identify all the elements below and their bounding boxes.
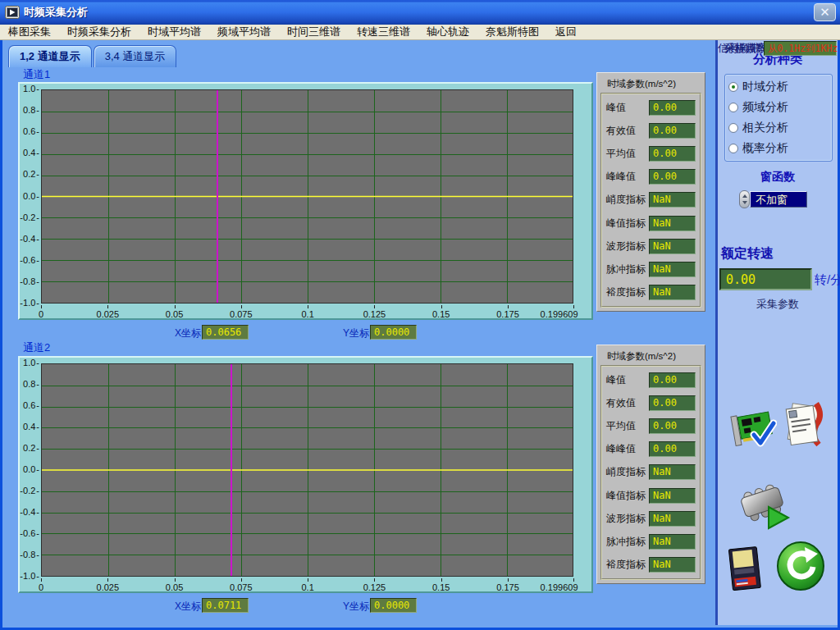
param-label: 波形指标 <box>606 240 646 253</box>
param-label: 峰值指标 <box>606 489 646 503</box>
window-fn-selector[interactable]: 不加窗 <box>739 190 807 208</box>
param-row: 有效值 0.00 <box>606 123 696 139</box>
x-coord-value: 0.0711 <box>202 598 249 613</box>
y-tick-label: 1.0 <box>23 358 39 368</box>
main-content: 1,2 通道显示 3,4 通道显示 通道1 1.00.80.60.40.20.0… <box>2 40 838 625</box>
app-window: 时频采集分析 ✕ 棒图采集时频采集分析时域平均谱频域平均谱时间三维谱转速三维谱轴… <box>0 0 840 630</box>
radio-icon[interactable] <box>728 82 738 92</box>
param-label: 峰峰值 <box>606 170 636 184</box>
acq-param-value[interactable]: 从0.1Hz到1KHz <box>764 41 837 56</box>
radio-icon[interactable] <box>728 144 738 153</box>
x-tick-mark <box>573 578 574 582</box>
menu-item[interactable]: 时域平均谱 <box>139 25 209 39</box>
y-coord-value: 0.0000 <box>370 598 417 613</box>
param-value: 0.00 <box>649 395 696 411</box>
y-tick-label: -0.4 <box>20 234 39 244</box>
channel1-plot-area[interactable] <box>41 89 573 304</box>
analysis-option[interactable]: 概率分析 <box>728 141 829 156</box>
save-icon[interactable] <box>726 545 765 597</box>
channel1-label: 通道1 <box>23 67 50 82</box>
channel-tabs: 1,2 通道显示 3,4 通道显示 <box>8 45 176 67</box>
report-icon[interactable] <box>782 400 828 451</box>
menu-item[interactable]: 棒图采集 <box>0 25 59 39</box>
menu-item[interactable]: 频域平均谱 <box>209 25 279 39</box>
x-tick-label: 0.175 <box>496 309 519 319</box>
y-coord-label: Y坐标 <box>343 600 369 614</box>
x-tick-label: 0.125 <box>363 309 386 319</box>
spinner-icon[interactable] <box>739 190 750 208</box>
close-button[interactable]: ✕ <box>814 3 836 21</box>
param-row: 平均值 0.00 <box>606 418 696 434</box>
x-coord-label: X坐标 <box>175 326 201 340</box>
radio-icon[interactable] <box>728 123 738 133</box>
y-tick-label: 0.4 <box>23 422 39 431</box>
channel1-x-axis: 00.0250.050.0750.10.1250.150.1750.199609 <box>41 305 573 320</box>
channel2-coord-row: X坐标 0.0711 Y坐标 0.0000 <box>18 598 593 614</box>
menu-item[interactable]: 时频采集分析 <box>59 25 139 39</box>
menu-item[interactable]: 奈魁斯特图 <box>477 25 547 39</box>
x-tick-mark <box>41 305 42 308</box>
tab[interactable]: 3,4 通道显示 <box>94 45 177 67</box>
param-row: 波形指标 NaN <box>606 239 696 254</box>
x-tick-mark <box>374 305 375 308</box>
y-tick-label: -0.2 <box>20 486 39 495</box>
refresh-icon[interactable] <box>775 540 826 596</box>
cursor-line[interactable] <box>231 364 232 576</box>
chip-run-icon[interactable] <box>736 474 795 536</box>
param-label: 峭度指标 <box>606 193 646 207</box>
x-tick-label: 0.05 <box>166 309 183 319</box>
param-label: 峰值 <box>606 101 626 115</box>
menu-item[interactable]: 返回 <box>547 25 585 39</box>
y-tick-label: -1.0 <box>20 571 39 581</box>
time-params-title: 时域参数(m/s^2) <box>597 345 705 363</box>
window-fn-value[interactable]: 不加窗 <box>750 191 807 208</box>
channel1-chart: 1.00.80.60.40.20.0-0.2-0.4-0.6-0.8-1.0 0… <box>18 82 593 320</box>
menu-item[interactable]: 轴心轨迹 <box>418 25 477 39</box>
rated-speed-input[interactable]: 0.00 <box>719 268 812 290</box>
x-tick-mark <box>107 305 108 308</box>
time-params-panel-2: 时域参数(m/s^2) 峰值 0.00 有效值 0.00 平均值 0.00 峰峰… <box>596 345 705 584</box>
param-value: NaN <box>649 464 696 480</box>
param-row: 峰值指标 NaN <box>606 216 696 231</box>
x-tick-label: 0.15 <box>432 309 450 319</box>
radio-icon[interactable] <box>728 103 738 112</box>
param-row: 峰值 0.00 <box>606 372 696 388</box>
menu-item[interactable]: 转速三维谱 <box>349 25 418 39</box>
window-title: 时频采集分析 <box>24 5 88 20</box>
channel2-plot-area[interactable] <box>41 363 573 577</box>
param-label: 裕度指标 <box>606 285 646 299</box>
menu-item[interactable]: 时间三维谱 <box>279 25 349 39</box>
param-value: NaN <box>649 216 696 231</box>
y-tick-label: 0.0 <box>23 464 39 474</box>
analysis-option[interactable]: 时域分析 <box>728 80 829 94</box>
x-tick-mark <box>441 305 442 308</box>
param-label: 峰峰值 <box>606 442 636 456</box>
x-tick-mark <box>107 578 108 582</box>
rated-speed-unit: 转/分 <box>815 272 840 288</box>
param-row: 裕度指标 NaN <box>606 557 696 573</box>
x-tick-label: 0.199609 <box>541 309 578 319</box>
analysis-option[interactable]: 相关分析 <box>728 121 829 135</box>
param-value: 0.00 <box>649 100 696 116</box>
param-label: 波形指标 <box>606 512 646 526</box>
param-row: 峰峰值 0.00 <box>606 441 696 457</box>
param-value: 0.00 <box>649 441 696 457</box>
analysis-option[interactable]: 频域分析 <box>728 100 829 115</box>
rated-speed-label: 额定转速 <box>721 245 774 262</box>
y-tick-label: -0.8 <box>20 550 39 559</box>
param-row: 平均值 0.00 <box>606 146 696 162</box>
y-coord-label: Y坐标 <box>343 326 369 340</box>
y-tick-label: -0.2 <box>20 212 39 222</box>
x-tick-mark <box>441 578 442 582</box>
x-tick-mark <box>175 305 176 308</box>
daq-card-icon[interactable] <box>729 402 777 453</box>
param-value: NaN <box>649 534 696 550</box>
param-row: 脉冲指标 NaN <box>606 534 696 550</box>
cursor-line[interactable] <box>217 90 218 303</box>
x-tick-label: 0.15 <box>432 582 450 592</box>
tab[interactable]: 1,2 通道显示 <box>8 45 92 67</box>
channel2-chart: 1.00.80.60.40.20.0-0.2-0.4-0.6-0.8-1.0 0… <box>18 356 593 593</box>
x-tick-mark <box>508 305 509 308</box>
param-value: 0.00 <box>649 146 696 162</box>
param-value: NaN <box>649 488 696 504</box>
